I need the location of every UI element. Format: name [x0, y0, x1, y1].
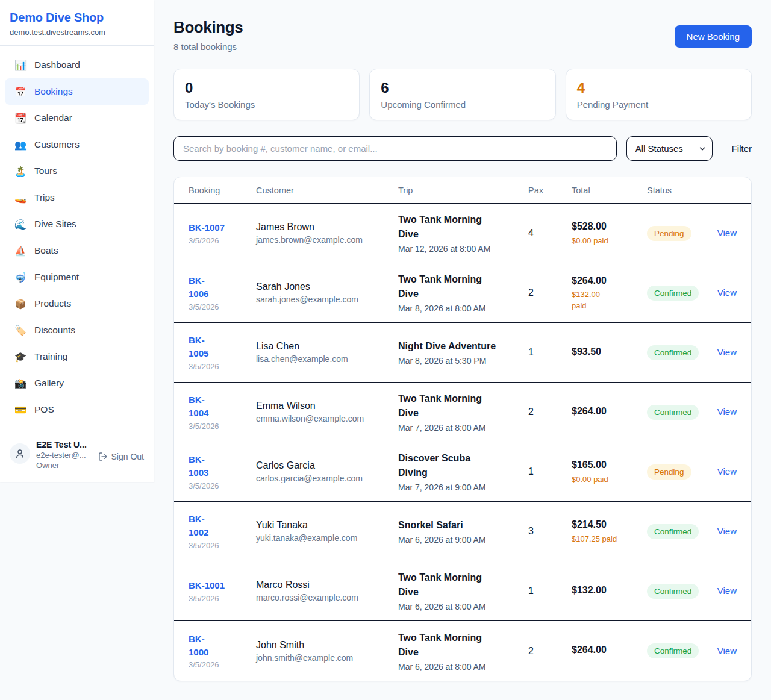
total-amount: $264.00	[572, 404, 647, 418]
sidebar-item-label: Bookings	[34, 86, 73, 97]
pax-cell: 2	[528, 646, 572, 657]
customer-name: Sarah Jones	[256, 281, 398, 292]
stat-card: 6 Upcoming Confirmed	[369, 69, 555, 120]
sidebar-item-label: Discounts	[34, 325, 75, 336]
sidebar-item-icon: 🤿	[14, 272, 27, 283]
booking-id-link[interactable]: BK-1005	[189, 334, 256, 360]
status-badge: Pending	[647, 464, 691, 480]
booking-id-link[interactable]: BK-1006	[189, 274, 256, 301]
booking-id-link[interactable]: BK-1002	[189, 513, 256, 539]
sidebar-item-icon: 📅	[14, 86, 27, 98]
table-header-row: Booking Customer Trip Pax Total Status	[174, 177, 751, 204]
customer-cell: John Smith john.smith@example.com	[256, 640, 398, 663]
view-link[interactable]: View	[717, 407, 737, 417]
table-row: BK-1003 3/5/2026 Carlos Garcia carlos.ga…	[174, 442, 751, 502]
sidebar-item[interactable]: 📊 Dashboard	[5, 52, 149, 78]
booking-date: 3/5/2026	[189, 362, 256, 371]
filter-button[interactable]: Filter	[732, 143, 752, 154]
total-cell: $528.00 $0.00 paid	[572, 219, 647, 246]
brand-block[interactable]: Demo Dive Shop demo.test.divestreams.com	[0, 0, 154, 46]
pax-cell: 2	[528, 287, 572, 298]
table-body: BK-1007 3/5/2026 James Brown james.brown…	[174, 204, 751, 681]
view-link[interactable]: View	[717, 586, 737, 596]
sidebar-item-label: Trips	[34, 192, 55, 203]
pax-cell: 1	[528, 347, 572, 358]
column-header-trip: Trip	[398, 186, 528, 195]
column-header-customer: Customer	[256, 186, 398, 195]
stat-value: 4	[577, 80, 740, 96]
sidebar-item-icon: 🏝️	[14, 166, 27, 177]
trip-name: Snorkel Safari	[398, 518, 528, 533]
view-link[interactable]: View	[717, 466, 737, 477]
sidebar-item[interactable]: 💳 POS	[5, 396, 149, 423]
customer-cell: Marco Rossi marco.rossi@example.com	[256, 580, 398, 602]
sidebar-item-label: Tours	[34, 166, 57, 177]
pax-cell: 2	[528, 407, 572, 417]
booking-id-link[interactable]: BK-1007	[189, 221, 256, 234]
sign-out-button[interactable]: Sign Out	[98, 452, 144, 461]
sidebar-item[interactable]: 🚤 Trips	[5, 184, 149, 211]
sidebar-item[interactable]: 🏷️ Discounts	[5, 317, 149, 343]
stat-card: 4 Pending Payment	[566, 69, 752, 120]
trip-name: Night Dive Adventure	[398, 339, 528, 354]
new-booking-button[interactable]: New Booking	[675, 25, 752, 48]
trip-cell: Two Tank MorningDive Mar 6, 2026 at 8:00…	[398, 570, 528, 611]
booking-date: 3/5/2026	[189, 302, 256, 311]
sidebar-item-label: Gallery	[34, 378, 64, 389]
sidebar-item[interactable]: 🎓 Training	[5, 343, 149, 370]
sidebar-item-label: Dive Sites	[34, 219, 76, 230]
trip-datetime: Mar 8, 2026 at 5:30 PM	[398, 356, 528, 366]
view-link[interactable]: View	[717, 347, 737, 357]
sidebar-item[interactable]: 📅 Bookings	[5, 78, 149, 105]
view-cell: View	[717, 466, 737, 477]
sidebar-item[interactable]: 🌊 Dive Sites	[5, 211, 149, 237]
page-title: Bookings	[173, 18, 243, 37]
booking-cell: BK-1001 3/5/2026	[189, 579, 256, 603]
main-content: Bookings 8 total bookings New Booking 0 …	[154, 0, 771, 700]
table-row: BK-1005 3/5/2026 Lisa Chen lisa.chen@exa…	[174, 323, 751, 383]
column-header-status: Status	[647, 186, 737, 195]
customer-email: james.brown@example.com	[256, 235, 398, 245]
brand-title[interactable]: Demo Dive Shop	[10, 11, 144, 25]
sidebar-item[interactable]: 📦 Products	[5, 290, 149, 317]
sidebar-item[interactable]: 📆 Calendar	[5, 105, 149, 131]
status-badge: Confirmed	[647, 286, 699, 301]
total-cell: $132.00	[572, 583, 647, 599]
booking-id-link[interactable]: BK-1001	[189, 579, 256, 592]
booking-cell: BK-1003 3/5/2026	[189, 453, 256, 490]
status-badge: Confirmed	[647, 405, 699, 420]
sidebar-item[interactable]: 📸 Gallery	[5, 370, 149, 396]
brand-domain: demo.test.divestreams.com	[10, 28, 144, 37]
view-link[interactable]: View	[717, 526, 737, 536]
sidebar-item[interactable]: 🤿 Equipment	[5, 264, 149, 290]
user-role: Owner	[36, 461, 92, 470]
total-cell: $214.50 $107.25 paid	[572, 517, 647, 545]
booking-date: 3/5/2026	[189, 422, 256, 431]
booking-cell: BK-1002 3/5/2026	[189, 513, 256, 550]
sidebar-nav: 📊 Dashboard 📅 Bookings 📆 Calendar 👥 Cust…	[0, 46, 154, 429]
booking-id-link[interactable]: BK-1004	[189, 393, 256, 420]
sidebar-item-label: POS	[34, 404, 54, 415]
sidebar-item[interactable]: 👥 Customers	[5, 131, 149, 158]
sidebar-item[interactable]: ⛵ Boats	[5, 237, 149, 264]
customer-cell: Carlos Garcia carlos.garcia@example.com	[256, 460, 398, 483]
view-link[interactable]: View	[717, 646, 737, 656]
booking-id-link[interactable]: BK-1000	[189, 633, 256, 659]
customer-name: James Brown	[256, 222, 398, 233]
view-link[interactable]: View	[717, 287, 737, 298]
view-link[interactable]: View	[717, 228, 737, 238]
pax-cell: 4	[528, 228, 572, 239]
sign-out-label: Sign Out	[111, 452, 144, 461]
booking-date: 3/5/2026	[189, 236, 256, 245]
view-cell: View	[717, 228, 737, 239]
status-select[interactable]: All Statuses	[626, 136, 713, 161]
table-row: BK-1004 3/5/2026 Emma Wilson emma.wilson…	[174, 383, 751, 442]
pax-cell: 1	[528, 466, 572, 477]
status-select-wrap: All Statuses	[626, 136, 713, 161]
booking-id-link[interactable]: BK-1003	[189, 453, 256, 480]
sidebar-item[interactable]: 🏝️ Tours	[5, 158, 149, 184]
booking-cell: BK-1007 3/5/2026	[189, 221, 256, 245]
booking-date: 3/5/2026	[189, 594, 256, 603]
customer-email: sarah.jones@example.com	[256, 295, 398, 304]
search-input[interactable]	[173, 136, 617, 161]
